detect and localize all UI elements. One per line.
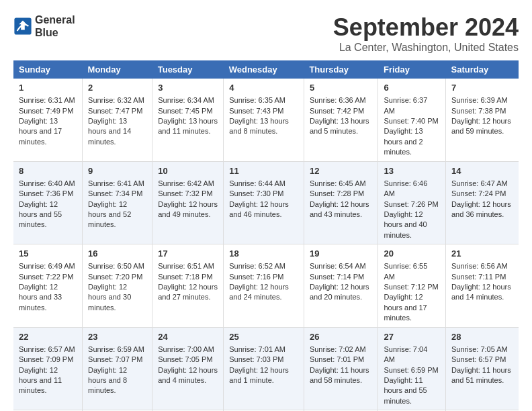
sunrise: Sunrise: 7:01 AM [229,345,285,353]
daylight: Daylight: 12 hours and 36 minutes. [451,200,511,218]
day-number: 11 [229,165,298,177]
sunrise: Sunrise: 6:50 AM [88,262,144,270]
sunset: Sunset: 7:11 PM [451,273,506,281]
header-cell-saturday: Saturday [446,60,519,79]
day-cell: 16Sunrise: 6:50 AMSunset: 7:20 PMDayligh… [83,244,152,328]
sunrise: Sunrise: 6:41 AM [88,179,144,187]
day-number: 2 [88,82,146,94]
day-cell: 5Sunrise: 6:36 AMSunset: 7:42 PMDaylight… [304,79,378,161]
daylight: Daylight: 12 hours and 33 minutes. [19,283,62,312]
day-number: 6 [384,82,440,94]
sunset: Sunset: 7:47 PM [88,107,142,115]
sunrise: Sunrise: 6:31 AM [19,96,75,104]
sunrise: Sunrise: 6:54 AM [310,262,366,270]
header-row: SundayMondayTuesdayWednesdayThursdayFrid… [13,60,519,79]
day-cell: 12Sunrise: 6:45 AMSunset: 7:28 PMDayligh… [304,161,378,244]
sunrise: Sunrise: 6:51 AM [158,262,214,270]
sunrise: Sunrise: 6:37 AM [384,96,427,114]
sunrise: Sunrise: 6:44 AM [229,179,285,187]
day-cell: 10Sunrise: 6:42 AMSunset: 7:32 PMDayligh… [152,161,224,244]
sunset: Sunset: 7:22 PM [19,273,73,281]
day-number: 23 [88,331,146,343]
day-cell: 18Sunrise: 6:52 AMSunset: 7:16 PMDayligh… [224,244,304,328]
daylight: Daylight: 12 hours and 52 minutes. [88,200,131,229]
day-cell: 22Sunrise: 6:57 AMSunset: 7:09 PMDayligh… [13,327,83,410]
day-cell: 1Sunrise: 6:31 AMSunset: 7:49 PMDaylight… [13,79,83,161]
sunrise: Sunrise: 6:55 AM [384,262,427,280]
day-cell: 8Sunrise: 6:40 AMSunset: 7:36 PMDaylight… [13,161,83,244]
calendar-table: SundayMondayTuesdayWednesdayThursdayFrid… [13,60,519,411]
daylight: Daylight: 12 hours and 55 minutes. [19,200,62,229]
sunset: Sunset: 7:30 PM [229,189,283,197]
logo-line2: Blue [35,26,75,39]
day-number: 24 [158,331,218,343]
sunset: Sunset: 7:03 PM [229,355,283,363]
day-number: 12 [310,165,373,177]
day-number: 27 [384,331,440,343]
sunset: Sunset: 7:45 PM [158,107,212,115]
day-number: 28 [451,331,513,343]
sunrise: Sunrise: 6:56 AM [451,262,508,270]
daylight: Daylight: 12 hours and 40 minutes. [384,210,427,239]
day-number: 16 [88,248,146,260]
sunset: Sunset: 7:28 PM [310,189,364,197]
daylight: Daylight: 11 hours and 51 minutes. [451,366,511,384]
day-cell: 3Sunrise: 6:34 AMSunset: 7:45 PMDaylight… [152,79,224,161]
sunset: Sunset: 7:14 PM [310,273,364,281]
day-cell: 4Sunrise: 6:35 AMSunset: 7:43 PMDaylight… [224,79,304,161]
header-cell-tuesday: Tuesday [152,60,224,79]
sunset: Sunset: 7:40 PM [384,117,438,125]
day-number: 14 [451,165,513,177]
day-cell: 11Sunrise: 6:44 AMSunset: 7:30 PMDayligh… [224,161,304,244]
daylight: Daylight: 12 hours and 8 minutes. [88,366,127,395]
day-cell: 23Sunrise: 6:59 AMSunset: 7:07 PMDayligh… [83,327,152,410]
header-cell-sunday: Sunday [13,60,83,79]
sunrise: Sunrise: 6:59 AM [88,345,144,353]
page-header: General Blue September 2024 La Center, W… [13,13,519,54]
week-row-2: 8Sunrise: 6:40 AMSunset: 7:36 PMDaylight… [13,161,519,244]
logo-icon [13,17,32,36]
day-cell: 28Sunrise: 7:05 AMSunset: 6:57 PMDayligh… [446,327,519,410]
day-cell: 7Sunrise: 6:39 AMSunset: 7:38 PMDaylight… [446,79,519,161]
location: La Center, Washington, United States [333,42,519,54]
day-number: 21 [451,248,513,260]
day-number: 4 [229,82,298,94]
day-cell: 26Sunrise: 7:02 AMSunset: 7:01 PMDayligh… [304,327,378,410]
sunset: Sunset: 7:34 PM [88,189,142,197]
sunset: Sunset: 7:32 PM [158,189,212,197]
sunrise: Sunrise: 6:42 AM [158,179,214,187]
day-number: 5 [310,82,373,94]
day-cell: 27Sunrise: 7:04 AMSunset: 6:59 PMDayligh… [378,327,446,410]
sunrise: Sunrise: 7:00 AM [158,345,214,353]
day-cell: 6Sunrise: 6:37 AMSunset: 7:40 PMDaylight… [378,79,446,161]
day-number: 25 [229,331,298,343]
header-cell-wednesday: Wednesday [224,60,304,79]
day-number: 20 [384,248,440,260]
daylight: Daylight: 11 hours and 58 minutes. [310,366,369,384]
day-cell: 9Sunrise: 6:41 AMSunset: 7:34 PMDaylight… [83,161,152,244]
day-cell: 15Sunrise: 6:49 AMSunset: 7:22 PMDayligh… [13,244,83,328]
sunrise: Sunrise: 6:36 AM [310,96,366,104]
day-number: 3 [158,82,218,94]
week-row-3: 15Sunrise: 6:49 AMSunset: 7:22 PMDayligh… [13,244,519,328]
day-number: 26 [310,331,373,343]
day-number: 10 [158,165,218,177]
sunrise: Sunrise: 6:45 AM [310,179,366,187]
daylight: Daylight: 13 hours and 8 minutes. [229,117,289,135]
sunset: Sunset: 7:05 PM [158,355,212,363]
sunset: Sunset: 7:38 PM [451,107,506,115]
day-number: 1 [19,82,77,94]
day-number: 8 [19,165,77,177]
daylight: Daylight: 12 hours and 59 minutes. [451,117,511,135]
daylight: Daylight: 13 hours and 14 minutes. [88,117,131,146]
day-number: 15 [19,248,77,260]
sunset: Sunset: 7:20 PM [88,273,142,281]
daylight: Daylight: 12 hours and 17 minutes. [384,293,427,322]
daylight: Daylight: 12 hours and 27 minutes. [158,283,218,301]
daylight: Daylight: 12 hours and 14 minutes. [451,283,511,301]
day-number: 17 [158,248,218,260]
sunrise: Sunrise: 6:57 AM [19,345,75,353]
daylight: Daylight: 12 hours and 1 minute. [229,366,289,384]
sunset: Sunset: 7:49 PM [19,107,73,115]
sunrise: Sunrise: 6:47 AM [451,179,508,187]
